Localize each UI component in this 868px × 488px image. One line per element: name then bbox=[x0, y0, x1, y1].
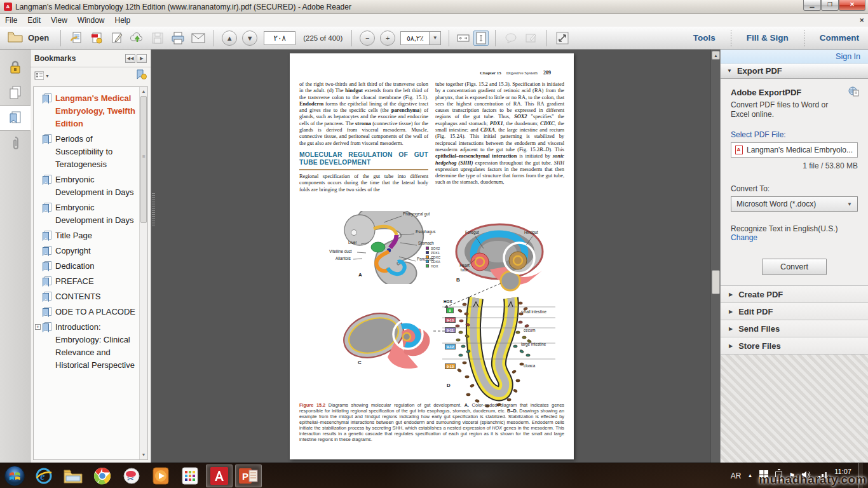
zoom-out-button[interactable]: − bbox=[360, 30, 375, 46]
scroll-up-icon[interactable]: ▲ bbox=[140, 88, 147, 95]
comment-bubble-icon[interactable] bbox=[503, 30, 519, 46]
bookmark-item[interactable]: ODE TO A PLACODE bbox=[36, 304, 139, 320]
app-grid-icon[interactable] bbox=[177, 464, 203, 487]
edit-pdf-section[interactable]: ▶Edit PDF bbox=[721, 302, 868, 320]
save-icon[interactable] bbox=[150, 30, 165, 46]
bookmark-item[interactable]: Title Page bbox=[36, 228, 139, 243]
comment-button[interactable]: Comment bbox=[811, 29, 868, 46]
export-pdf-header[interactable]: ▼ Export PDF bbox=[721, 64, 868, 79]
fill-sign-button[interactable]: Fill & Sign bbox=[738, 29, 797, 46]
menu-file[interactable]: File bbox=[0, 15, 22, 26]
scrollbar-thumb[interactable] bbox=[140, 96, 147, 223]
security-lock-icon[interactable] bbox=[0, 55, 31, 80]
print-icon[interactable] bbox=[170, 30, 186, 46]
menu-window[interactable]: Window bbox=[72, 15, 110, 26]
page-number-input[interactable]: ٢٠٨ bbox=[264, 31, 295, 45]
scroll-down-icon[interactable]: ▼ bbox=[140, 451, 147, 459]
convert-to-dropdown[interactable]: Microsoft Word (*.docx) ▼ bbox=[731, 196, 858, 212]
collapse-panel-button[interactable]: ◀◀ bbox=[125, 54, 135, 63]
highlight-icon[interactable] bbox=[524, 30, 539, 46]
close-button[interactable]: ✕ bbox=[839, 0, 865, 11]
bookmark-icon bbox=[43, 307, 50, 316]
send-file-icon[interactable] bbox=[69, 30, 84, 46]
page-count-label: (225 of 400) bbox=[303, 34, 342, 42]
bookmark-options-icon[interactable]: ▼ bbox=[34, 70, 50, 81]
bookmark-item[interactable]: Embryonic Development in Days bbox=[36, 200, 139, 228]
fullscreen-icon[interactable] bbox=[555, 30, 570, 46]
convert-to-label: Convert To: bbox=[731, 184, 858, 193]
label-large-intestine: large intestine bbox=[521, 342, 549, 347]
start-button[interactable] bbox=[1, 464, 28, 487]
open-button[interactable]: Open bbox=[0, 29, 55, 47]
bookmark-item[interactable]: CONTENTS bbox=[36, 289, 139, 304]
bookmark-item[interactable]: Langman's Medical Embryology, Twelfth Ed… bbox=[36, 91, 139, 132]
restore-button[interactable]: ❐ bbox=[821, 0, 839, 11]
menu-edit[interactable]: Edit bbox=[22, 15, 46, 26]
email-icon[interactable] bbox=[191, 30, 206, 46]
create-pdf-icon[interactable] bbox=[89, 30, 104, 46]
expand-bookmark-icon[interactable]: + bbox=[35, 324, 41, 330]
send-files-section[interactable]: ▶Send Files bbox=[721, 320, 868, 337]
recognize-text-label: Recognize Text in English(U.S.) bbox=[731, 224, 858, 233]
selected-file-box[interactable]: Langman's Medical Embryolo... bbox=[731, 142, 858, 158]
bookmark-item[interactable]: PREFACE bbox=[36, 274, 139, 289]
adobe-reader-taskbar-button[interactable] bbox=[206, 464, 233, 487]
open-label: Open bbox=[28, 33, 49, 43]
media-player-icon[interactable] bbox=[147, 464, 174, 487]
zoom-level-input[interactable]: ٥٨,٢٪ bbox=[400, 31, 430, 45]
minimize-button[interactable]: ▁ bbox=[803, 0, 821, 11]
menu-view[interactable]: View bbox=[46, 15, 72, 26]
bookmark-item[interactable]: Copyright bbox=[36, 243, 139, 259]
create-pdf-section[interactable]: ▶Create PDF bbox=[721, 285, 868, 302]
file-explorer-icon[interactable] bbox=[60, 464, 86, 487]
next-page-button[interactable]: ▼ bbox=[242, 30, 257, 46]
chrome-icon[interactable] bbox=[89, 464, 116, 487]
chevron-down-icon: ▼ bbox=[727, 68, 732, 74]
panel-letter-a: A bbox=[358, 272, 362, 278]
menu-help[interactable]: Help bbox=[110, 15, 136, 26]
internet-explorer-icon[interactable]: e bbox=[31, 464, 57, 487]
fit-width-button[interactable] bbox=[456, 30, 471, 46]
sign-in-link[interactable]: Sign In bbox=[836, 52, 860, 61]
tools-button[interactable]: Tools bbox=[684, 29, 724, 46]
convert-button[interactable]: Convert bbox=[762, 259, 827, 275]
zoom-in-button[interactable]: + bbox=[380, 30, 395, 46]
scrollbar-thumb[interactable] bbox=[712, 270, 720, 294]
bookmark-item[interactable]: +Introduction: Embryology: Clinical Rele… bbox=[36, 320, 139, 373]
bookmarks-panel-icon[interactable] bbox=[0, 105, 31, 131]
change-link[interactable]: Change bbox=[731, 233, 858, 242]
document-view[interactable]: Chapter 15Digestive System209 of the rig… bbox=[151, 50, 710, 463]
powerpoint-taskbar-button[interactable]: P bbox=[235, 464, 262, 487]
legend-chip bbox=[426, 251, 429, 254]
panel-divider-grip[interactable] bbox=[152, 193, 155, 226]
language-indicator[interactable]: AR bbox=[731, 471, 742, 480]
previous-page-button[interactable]: ▲ bbox=[222, 30, 237, 46]
fit-page-button[interactable] bbox=[473, 30, 489, 46]
store-files-section[interactable]: ▶Store Files bbox=[721, 337, 868, 354]
zoom-dropdown-button[interactable]: ▼ bbox=[430, 31, 441, 45]
scroll-up-icon[interactable]: ▲ bbox=[712, 51, 720, 60]
pages-panel-icon[interactable] bbox=[0, 80, 31, 105]
pdf-page[interactable]: Chapter 15Digestive System209 of the rig… bbox=[290, 53, 574, 459]
chevron-right-icon: ▶ bbox=[729, 326, 733, 332]
bookmark-item[interactable]: Periods of Susceptibility to Teratogenes… bbox=[36, 132, 139, 172]
new-bookmark-icon[interactable] bbox=[135, 69, 147, 83]
snipping-tool-icon[interactable]: ✂ bbox=[118, 464, 145, 487]
bookmark-item[interactable]: Embryonic Development in Days bbox=[36, 172, 139, 200]
body-paragraph: Regional specification of the gut tube i… bbox=[299, 173, 428, 193]
document-scrollbar[interactable]: ▲ bbox=[710, 50, 720, 463]
separator bbox=[351, 30, 352, 46]
menubar: File Edit View Window Help ✕ bbox=[0, 14, 868, 27]
bookmarks-scrollbar[interactable]: ▲ ▼ bbox=[139, 87, 147, 459]
separator bbox=[731, 30, 731, 46]
cloud-upload-icon[interactable] bbox=[130, 30, 145, 46]
titlebar[interactable]: A Langman's Medical Embryology 12th Edit… bbox=[0, 0, 868, 14]
toolbar-close-icon[interactable]: ✕ bbox=[859, 17, 864, 24]
hidden-icons-chevron[interactable]: ▲ bbox=[747, 473, 752, 478]
expand-panel-button[interactable]: ▶ bbox=[137, 54, 147, 63]
label-stomach: Stomach bbox=[418, 241, 434, 246]
sign-icon[interactable] bbox=[109, 30, 125, 46]
label-esophagus: Esophagus bbox=[416, 230, 436, 234]
attachments-paperclip-icon[interactable] bbox=[0, 131, 31, 156]
bookmark-item[interactable]: Dedication bbox=[36, 259, 139, 274]
